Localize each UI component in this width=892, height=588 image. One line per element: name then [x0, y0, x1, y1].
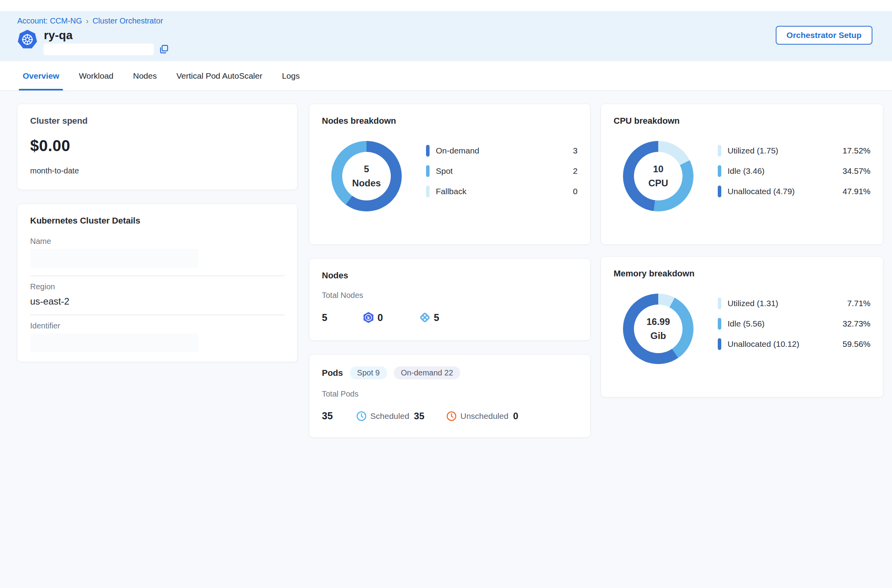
legend-item: Idle (3.46) 34.57%: [718, 165, 870, 177]
legend-label: Idle (5.56): [728, 319, 843, 328]
legend-marker: [718, 338, 721, 350]
tab-overview[interactable]: Overview: [22, 61, 60, 90]
nodes-donut-chart: 5 Nodes: [331, 141, 402, 211]
cluster-details-card: Kubernetes Cluster Details Name Region u…: [17, 204, 298, 362]
breadcrumb-account-link[interactable]: Account: CCM-NG: [17, 16, 82, 25]
nodes-card: Nodes Total Nodes 5 k 0: [309, 258, 590, 341]
pods-title: Pods: [322, 368, 343, 378]
identifier-field-redacted: [30, 334, 199, 352]
legend-value: 0: [573, 187, 578, 196]
legend-item: Idle (5.56) 32.73%: [718, 318, 870, 330]
pods-card: Pods Spot 9 On-demand 22 Total Pods 35 S…: [309, 354, 590, 438]
donut-center-label: CPU: [648, 178, 668, 189]
donut-center-value: 5: [364, 164, 369, 175]
total-nodes-value: 5: [322, 312, 327, 323]
cluster-details-title: Kubernetes Cluster Details: [30, 216, 285, 226]
legend-item: Unallocated (10.12) 59.56%: [718, 338, 870, 350]
nodes-breakdown-card: Nodes breakdown 5 Nodes On-demand 3: [309, 104, 590, 245]
nodes-breakdown-legend: On-demand 3 Spot 2 Fallback 0: [426, 145, 578, 211]
nodes-title: Nodes: [322, 271, 578, 281]
legend-marker: [718, 165, 721, 177]
scheduled-label: Scheduled: [370, 411, 409, 421]
divider: [30, 276, 285, 276]
legend-marker: [718, 145, 721, 157]
legend-marker: [718, 186, 721, 197]
tab-logs[interactable]: Logs: [281, 61, 301, 90]
legend-marker: [426, 145, 430, 157]
legend-value: 34.57%: [843, 166, 870, 176]
page-title: ry-qa: [44, 29, 169, 41]
donut-center-value: 10: [653, 164, 664, 175]
breadcrumb-page-link[interactable]: Cluster Orchestrator: [92, 16, 163, 25]
legend-label: Utilized (1.31): [728, 299, 847, 308]
cpu-breakdown-card: CPU breakdown 10 CPU Utilized (1.75) 17.…: [601, 104, 883, 245]
ondemand-pods-badge: On-demand 22: [394, 366, 460, 379]
cpu-donut-chart: 10 CPU: [623, 141, 693, 211]
cluster-spend-amount: $0.00: [30, 137, 285, 155]
page-header: Account: CCM-NG › Cluster Orchestrator r…: [0, 11, 892, 61]
legend-value: 32.73%: [843, 319, 870, 328]
tab-vertical-pod-autoscaler[interactable]: Vertical Pod AutoScaler: [175, 61, 263, 90]
legend-label: Unallocated (4.79): [728, 187, 843, 196]
karpenter-node-count: 0: [377, 312, 383, 323]
node-pool-icon: [419, 312, 431, 323]
scheduled-clock-icon: [356, 411, 367, 421]
legend-label: Idle (3.46): [728, 166, 843, 176]
cluster-spend-title: Cluster spend: [30, 116, 285, 126]
memory-donut-chart: 16.99 Gib: [623, 294, 693, 364]
orchestrator-setup-button[interactable]: Orchestrator Setup: [776, 26, 872, 45]
breadcrumb-separator-icon: ›: [86, 16, 89, 25]
nodes-breakdown-title: Nodes breakdown: [322, 116, 578, 126]
legend-item: Unallocated (4.79) 47.91%: [718, 186, 870, 197]
memory-breakdown-legend: Utilized (1.31) 7.71% Idle (5.56) 32.73%…: [718, 298, 870, 364]
memory-breakdown-title: Memory breakdown: [614, 269, 870, 279]
kubernetes-icon: [17, 29, 38, 50]
donut-center-value: 16.99: [646, 316, 670, 327]
total-pods-value: 35: [322, 410, 333, 422]
name-field-label: Name: [30, 237, 285, 246]
cluster-spend-card: Cluster spend $0.00 month-to-date: [17, 104, 298, 190]
unscheduled-count: 0: [513, 411, 518, 422]
legend-marker: [718, 318, 721, 330]
legend-value: 3: [573, 146, 578, 155]
legend-value: 59.56%: [843, 339, 870, 349]
cluster-id-redacted: [44, 44, 153, 55]
top-strip: [0, 0, 892, 11]
unscheduled-label: Unscheduled: [460, 411, 509, 421]
copy-icon[interactable]: [159, 44, 169, 54]
tab-nodes[interactable]: Nodes: [132, 61, 158, 90]
cluster-spend-period: month-to-date: [30, 166, 285, 175]
legend-value: 2: [573, 166, 578, 176]
legend-value: 17.52%: [843, 146, 870, 155]
unscheduled-clock-icon: [446, 411, 457, 421]
legend-item: Utilized (1.31) 7.71%: [718, 298, 870, 309]
legend-label: Unallocated (10.12): [728, 339, 843, 349]
legend-label: Spot: [436, 166, 573, 176]
legend-value: 47.91%: [843, 187, 870, 196]
content-area: Cluster spend $0.00 month-to-date Kubern…: [0, 91, 892, 588]
total-nodes-label: Total Nodes: [322, 291, 578, 300]
svg-text:k: k: [367, 315, 370, 321]
tab-workload[interactable]: Workload: [78, 61, 114, 90]
tabbar: Overview Workload Nodes Vertical Pod Aut…: [0, 61, 892, 91]
legend-marker: [718, 298, 721, 309]
identifier-field-label: Identifier: [30, 321, 285, 330]
karpenter-icon: k: [363, 312, 374, 323]
cpu-breakdown-title: CPU breakdown: [614, 116, 870, 126]
legend-item: Spot 2: [426, 165, 578, 177]
donut-center-label: Gib: [650, 330, 666, 341]
legend-item: Utilized (1.75) 17.52%: [718, 145, 870, 157]
name-field-redacted: [30, 249, 199, 268]
legend-label: Fallback: [436, 187, 573, 196]
donut-center-label: Nodes: [352, 178, 381, 189]
pool-node-count: 5: [434, 312, 439, 323]
scheduled-count: 35: [414, 411, 424, 422]
spot-pods-badge: Spot 9: [350, 366, 387, 379]
legend-item: Fallback 0: [426, 186, 578, 197]
cpu-breakdown-legend: Utilized (1.75) 17.52% Idle (3.46) 34.57…: [718, 145, 870, 211]
total-pods-label: Total Pods: [322, 390, 578, 399]
legend-value: 7.71%: [847, 299, 870, 308]
legend-item: On-demand 3: [426, 145, 578, 157]
region-field-value: us-east-2: [30, 296, 285, 307]
legend-label: On-demand: [436, 146, 573, 155]
